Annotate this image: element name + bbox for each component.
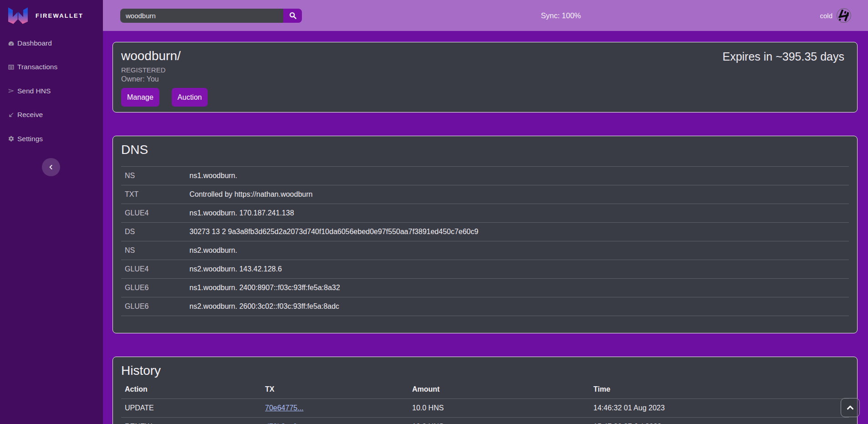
sidebar-item-label: Dashboard [17,39,52,47]
history-col-tx: TX [261,380,408,398]
dns-record-type: TXT [121,185,186,204]
dns-record-value: Controlled by https://nathan.woodburn [186,185,849,204]
sidebar-item-receive[interactable]: Receive [0,107,103,123]
dns-record-row: GLUE6ns1.woodburn. 2400:8907::f03c:93ff:… [121,279,849,297]
sidebar: FIREWALLET Dashboard Transactions Send H… [0,0,103,424]
firewallet-logo-icon [8,7,28,24]
sidebar-item-label: Transactions [17,63,57,71]
sidebar-item-label: Receive [17,111,43,119]
history-col-time: Time [590,380,849,398]
scroll-to-top-button[interactable] [841,398,860,417]
search-icon [289,11,297,20]
dns-record-value: ns1.woodburn. 2400:8907::f03c:93ff:fe5a:… [186,279,849,297]
dns-record-row: GLUE4ns2.woodburn. 143.42.128.6 [121,260,849,279]
handshake-logo-icon [837,9,851,22]
sidebar-item-label: Settings [17,135,43,143]
wallet-name: cold [820,12,832,20]
chevron-up-icon [845,403,855,413]
sidebar-item-send[interactable]: Send HNS [0,83,103,99]
dns-record-type: GLUE4 [121,260,186,279]
dns-record-type: NS [121,241,186,260]
dns-record-value: ns2.woodburn. 143.42.128.6 [186,260,849,279]
dns-record-row: TXTControlled by https://nathan.woodburn [121,185,849,204]
dns-record-type: GLUE6 [121,279,186,297]
dns-record-value: ns2.woodburn. [186,241,849,260]
history-table: Action TX Amount Time UPDATE 70e64775...… [121,380,849,424]
history-row: RENEW d72b3ec0... 10.0 HNS 15:47:20 27 J… [121,417,849,424]
dns-table: NSns1.woodburn. TXTControlled by https:/… [121,166,849,316]
history-col-action: Action [121,380,261,398]
dns-record-value: ns1.woodburn. [186,167,849,185]
chevron-left-icon [47,163,55,171]
sidebar-collapse-button[interactable] [42,158,60,176]
tx-link[interactable]: d72b3ec0... [265,423,303,424]
dashboard-gauge-icon [8,40,15,47]
domain-expires: Expires in ~395.35 days [722,50,844,63]
domain-card: woodburn/ REGISTERED Owner: You Manage A… [112,42,858,112]
history-row: UPDATE 70e64775... 10.0 HNS 14:46:32 01 … [121,398,849,417]
domain-owner: Owner: You [121,75,849,83]
tx-link[interactable]: 70e64775... [265,404,304,412]
auction-button[interactable]: Auction [172,88,208,107]
dns-record-value: 30273 13 2 9a3a8fb3d625d2a2073d740f10da6… [186,223,849,241]
history-card: History Action TX Amount Time UPDATE 70e… [112,357,858,424]
dns-record-type: GLUE4 [121,204,186,223]
dns-record-row: NSns1.woodburn. [121,167,849,185]
dns-record-row: GLUE6ns2.woodburn. 2600:3c02::f03c:93ff:… [121,297,849,316]
send-icon [8,87,15,94]
history-time: 15:47:20 27 Jul 2023 [590,417,849,424]
transactions-table-icon [8,64,15,71]
search-button[interactable] [283,9,302,23]
search-group [120,9,302,23]
receive-arrow-icon [8,112,15,118]
history-col-amount: Amount [408,380,590,398]
sidebar-nav: Dashboard Transactions Send HNS Receive … [0,31,103,147]
dns-record-row: GLUE4ns1.woodburn. 170.187.241.138 [121,204,849,223]
dns-record-row: NSns2.woodburn. [121,241,849,260]
dns-card: DNS NSns1.woodburn. TXTControlled by htt… [112,136,858,333]
history-amount: 10.0 HNS [408,398,590,417]
topbar: Sync: 100% cold [103,0,868,31]
domain-status: REGISTERED [121,66,849,74]
brand-name: FIREWALLET [36,12,83,19]
main-content: woodburn/ REGISTERED Owner: You Manage A… [103,31,868,424]
wallet-avatar[interactable] [837,8,851,23]
dns-record-value: ns2.woodburn. 2600:3c02::f03c:93ff:fe5a:… [186,297,849,316]
brand: FIREWALLET [0,0,103,31]
sidebar-item-transactions[interactable]: Transactions [0,59,103,75]
search-input[interactable] [120,9,283,23]
dns-record-type: DS [121,223,186,241]
sync-status: Sync: 100% [541,11,581,20]
sidebar-item-settings[interactable]: Settings [0,131,103,147]
dns-record-type: GLUE6 [121,297,186,316]
history-action: UPDATE [121,398,261,417]
history-card-title: History [121,363,849,378]
settings-gear-icon [8,135,15,142]
history-amount: 10.0 HNS [408,417,590,424]
dns-record-value: ns1.woodburn. 170.187.241.138 [186,204,849,223]
dns-record-type: NS [121,167,186,185]
history-action: RENEW [121,417,261,424]
sidebar-item-dashboard[interactable]: Dashboard [0,35,103,51]
history-header-row: Action TX Amount Time [121,380,849,398]
dns-record-row: DS30273 13 2 9a3a8fb3d625d2a2073d740f10d… [121,223,849,241]
sidebar-item-label: Send HNS [17,87,51,95]
dns-card-title: DNS [121,143,849,157]
topbar-middle: Sync: 100% [302,11,820,20]
history-time: 14:46:32 01 Aug 2023 [590,398,849,417]
manage-button[interactable]: Manage [121,88,159,107]
